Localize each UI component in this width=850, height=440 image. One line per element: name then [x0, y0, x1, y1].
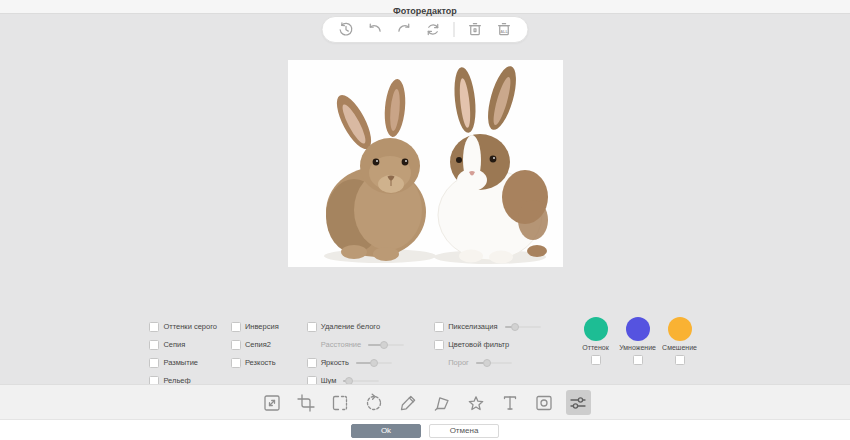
- frame-tool-icon[interactable]: [532, 390, 557, 415]
- filters-panel: Оттенки серого Сепия Размытие Рельеф Инв…: [0, 320, 850, 387]
- toggle-column-1: Оттенки серого Сепия Размытие Рельеф: [149, 320, 217, 387]
- multiply-blend: Умножение: [617, 317, 659, 365]
- two-rabbits-illustration: [288, 60, 563, 267]
- pixelate-row: Пикселизация: [434, 320, 540, 333]
- remove-white-label: Удаление белого: [321, 322, 380, 331]
- mix-blend: Смешение: [659, 317, 701, 365]
- sepia2-label: Сепия2: [245, 340, 271, 349]
- filter-sharpen: Резкость: [231, 356, 279, 369]
- hue-label: Оттенок: [582, 344, 609, 351]
- sharpen-checkbox[interactable]: [231, 358, 241, 368]
- distance-slider-knob[interactable]: [380, 341, 388, 349]
- svg-text:ALL: ALL: [500, 29, 508, 34]
- shape-tool-icon[interactable]: [430, 390, 455, 415]
- blur-label: Размытие: [163, 358, 198, 367]
- clear-icon[interactable]: [467, 21, 484, 38]
- rotate-tool-icon[interactable]: [362, 390, 387, 415]
- footer: Ok Отмена: [0, 419, 850, 440]
- multiply-color-circle[interactable]: [626, 317, 650, 341]
- history-toolbar: ALL: [322, 16, 529, 43]
- ok-button[interactable]: Ok: [351, 424, 421, 438]
- threshold-row: Порог: [434, 356, 540, 369]
- pixelate-checkbox[interactable]: [434, 322, 444, 332]
- resize-tool-icon[interactable]: [260, 390, 285, 415]
- cancel-button[interactable]: Отмена: [429, 424, 499, 438]
- color-filter-row: Цветовой фильтр: [434, 338, 540, 351]
- clear-all-icon[interactable]: ALL: [496, 21, 513, 38]
- color-filter-checkbox[interactable]: [434, 340, 444, 350]
- slider-column-2: Пикселизация Цветовой фильтр Порог: [434, 320, 540, 369]
- blur-checkbox[interactable]: [149, 358, 159, 368]
- reset-icon[interactable]: [425, 21, 442, 38]
- brightness-row: Яркость: [307, 356, 405, 369]
- pencil-tool-icon[interactable]: [396, 390, 421, 415]
- distance-slider[interactable]: [368, 344, 404, 346]
- star-tool-icon[interactable]: [464, 390, 489, 415]
- filter-blur: Размытие: [149, 356, 217, 369]
- tools-toolbar: [0, 384, 850, 420]
- sepia-checkbox[interactable]: [149, 340, 159, 350]
- filter-grayscale: Оттенки серого: [149, 320, 217, 333]
- history-icon[interactable]: [338, 21, 355, 38]
- redo-icon[interactable]: [396, 21, 413, 38]
- hue-blend: Оттенок: [575, 317, 617, 365]
- mix-label: Смешение: [662, 344, 697, 351]
- color-filter-label: Цветовой фильтр: [448, 340, 509, 349]
- titlebar: Фоторедактор: [0, 0, 850, 14]
- crop-tool-icon[interactable]: [294, 390, 319, 415]
- slider-column-1: Удаление белого Расстояние Яркость Шум: [307, 320, 405, 387]
- threshold-label: Порог: [448, 358, 469, 367]
- toggle-column-2: Инверсия Сепия2 Резкость: [231, 320, 279, 369]
- adjust-tool-icon[interactable]: [566, 390, 591, 415]
- filter-invert: Инверсия: [231, 320, 279, 333]
- filter-sepia: Сепия: [149, 338, 217, 351]
- brightness-checkbox[interactable]: [307, 358, 317, 368]
- distance-label: Расстояние: [321, 340, 362, 349]
- distance-row: Расстояние: [307, 338, 405, 351]
- brightness-slider-knob[interactable]: [370, 359, 378, 367]
- hue-checkbox[interactable]: [591, 355, 601, 365]
- pixelate-label: Пикселизация: [448, 322, 497, 331]
- pixelate-slider-knob[interactable]: [511, 323, 519, 331]
- filter-remove-white: Удаление белого: [307, 320, 405, 333]
- brightness-slider[interactable]: [356, 362, 392, 364]
- multiply-checkbox[interactable]: [633, 355, 643, 365]
- canvas-image: [288, 60, 563, 267]
- threshold-slider-knob[interactable]: [483, 359, 491, 367]
- window-title: Фоторедактор: [393, 6, 457, 16]
- invert-checkbox[interactable]: [231, 322, 241, 332]
- photo-editor-window: Фоторедактор: [0, 0, 850, 440]
- threshold-slider[interactable]: [476, 362, 512, 364]
- mix-color-circle[interactable]: [668, 317, 692, 341]
- undo-icon[interactable]: [367, 21, 384, 38]
- remove-white-checkbox[interactable]: [307, 322, 317, 332]
- filter-sepia2: Сепия2: [231, 338, 279, 351]
- toolbar-divider: [454, 22, 455, 37]
- blend-colors: Оттенок Умножение Смешение: [575, 320, 701, 365]
- sepia-label: Сепия: [163, 340, 185, 349]
- flip-tool-icon[interactable]: [328, 390, 353, 415]
- mix-checkbox[interactable]: [675, 355, 685, 365]
- text-tool-icon[interactable]: [498, 390, 523, 415]
- multiply-label: Умножение: [619, 344, 656, 351]
- sepia2-checkbox[interactable]: [231, 340, 241, 350]
- pixelate-slider[interactable]: [505, 326, 541, 328]
- brightness-label: Яркость: [321, 358, 349, 367]
- invert-label: Инверсия: [245, 322, 279, 331]
- grayscale-label: Оттенки серого: [163, 322, 217, 331]
- sharpen-label: Резкость: [245, 358, 276, 367]
- noise-slider[interactable]: [343, 380, 379, 382]
- hue-color-circle[interactable]: [584, 317, 608, 341]
- grayscale-checkbox[interactable]: [149, 322, 159, 332]
